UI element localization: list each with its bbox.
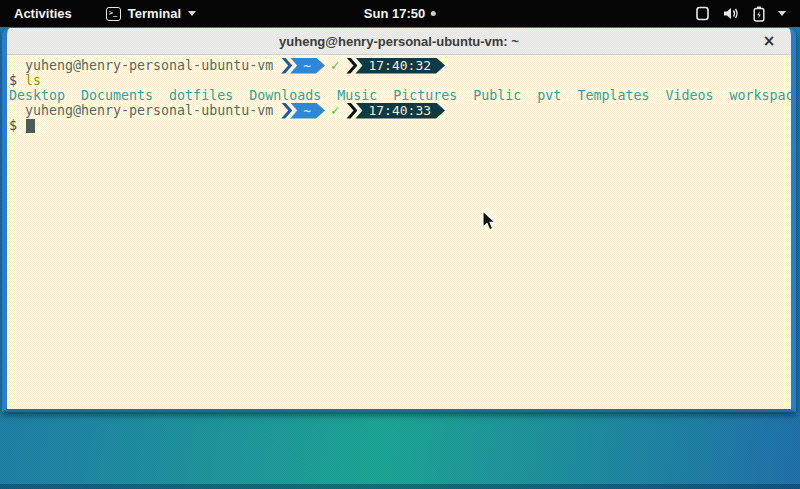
terminal-cursor: [26, 119, 35, 133]
terminal-window: yuheng@henry-personal-ubuntu-vm: ~ × yuh…: [2, 28, 796, 412]
display-icon: [695, 6, 710, 21]
activities-button[interactable]: Activities: [0, 0, 86, 27]
prompt-cwd-segment: ~: [281, 58, 325, 74]
prompt-line-2: yuheng@henry-personal-ubuntu-vm ~ ✓ 17:4…: [9, 103, 789, 118]
prompt-line-1: yuheng@henry-personal-ubuntu-vm ~ ✓ 17:4…: [9, 58, 789, 73]
ls-output-line: Desktop Documents dotfiles Downloads Mus…: [9, 88, 789, 103]
powerline-chevron-icon: [281, 58, 292, 74]
top-bar: Activities >_ Terminal Sun 17:50: [0, 0, 800, 27]
prompt-time-segment: 17:40:33: [346, 103, 445, 119]
volume-icon: [723, 6, 740, 21]
window-title: yuheng@henry-personal-ubuntu-vm: ~: [279, 34, 519, 49]
prompt-cwd: ~: [290, 103, 325, 119]
input-line[interactable]: $: [9, 118, 789, 133]
clock-label: Sun 17:50: [364, 6, 425, 21]
system-tray-button[interactable]: [687, 0, 794, 27]
notification-dot-icon: [431, 11, 436, 16]
prompt-symbol: $: [9, 118, 25, 133]
prompt-symbol: $: [9, 73, 25, 88]
prompt-time: 17:40:33: [355, 103, 445, 119]
chevron-down-icon: [778, 11, 786, 16]
powerline-chevron-icon: [281, 103, 292, 119]
terminal-icon: >_: [106, 7, 121, 21]
prompt-cwd: ~: [290, 58, 325, 74]
prompt-user-host: yuheng@henry-personal-ubuntu-vm: [9, 58, 281, 73]
prompt-time-segment: 17:40:32: [346, 58, 445, 74]
powerline-chevron-icon: [346, 103, 357, 119]
command-line: $ ls: [9, 73, 789, 88]
app-menu-label: Terminal: [128, 6, 181, 21]
close-button[interactable]: ×: [759, 31, 779, 51]
desktop-bottom-shade: [0, 484, 800, 489]
directory-list: Desktop Documents dotfiles Downloads Mus…: [9, 88, 796, 103]
battery-charging-icon: [753, 6, 765, 22]
prompt-cwd-segment: ~: [281, 103, 325, 119]
terminal-screen[interactable]: yuheng@henry-personal-ubuntu-vm ~ ✓ 17:4…: [7, 55, 791, 409]
window-titlebar[interactable]: yuheng@henry-personal-ubuntu-vm: ~ ×: [7, 28, 791, 55]
status-check-icon: ✓: [325, 58, 346, 73]
app-menu-button[interactable]: >_ Terminal: [100, 0, 202, 27]
prompt-time: 17:40:32: [355, 58, 445, 74]
clock-button[interactable]: Sun 17:50: [356, 0, 444, 27]
powerline-chevron-icon: [346, 58, 357, 74]
status-check-icon: ✓: [325, 103, 346, 118]
chevron-down-icon: [188, 11, 196, 16]
activities-label: Activities: [14, 6, 72, 21]
command-text: ls: [25, 73, 41, 88]
prompt-user-host: yuheng@henry-personal-ubuntu-vm: [9, 103, 281, 118]
